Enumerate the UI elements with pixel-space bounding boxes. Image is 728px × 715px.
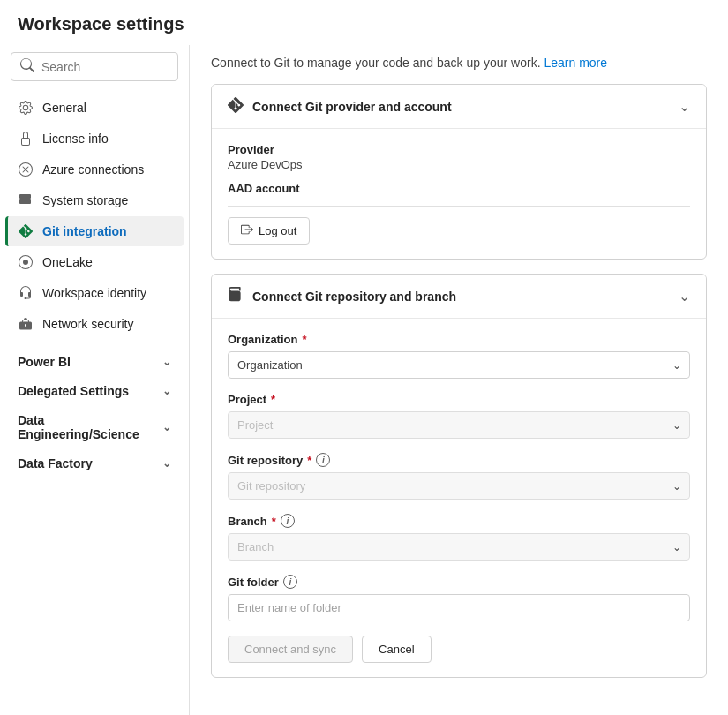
sidebar-item-label-license: License info bbox=[42, 132, 109, 146]
git-repo-card-header: Connect Git repository and branch ⌄ bbox=[212, 275, 706, 319]
git-provider-card-title: Connect Git provider and account bbox=[252, 100, 452, 114]
system-storage-icon bbox=[18, 192, 34, 208]
section-data-factory-label: Data Factory bbox=[18, 456, 93, 470]
workspace-identity-icon bbox=[18, 285, 34, 301]
delegated-chevron-icon: ⌄ bbox=[162, 385, 171, 397]
organization-group: Organization * Organization ⌄ bbox=[228, 333, 690, 379]
git-repo-card-body: Organization * Organization ⌄ bbox=[212, 319, 706, 677]
sidebar-item-azure-connections[interactable]: Azure connections bbox=[5, 154, 184, 184]
project-select[interactable]: Project bbox=[228, 411, 690, 439]
svg-point-0 bbox=[23, 260, 28, 265]
project-label: Project * bbox=[228, 393, 690, 406]
git-repo-card-icon bbox=[228, 287, 244, 305]
cancel-button[interactable]: Cancel bbox=[362, 636, 431, 663]
power-bi-chevron-icon: ⌄ bbox=[162, 356, 171, 368]
sidebar-item-label-workspace-identity: Workspace identity bbox=[42, 286, 146, 300]
provider-value: Azure DevOps bbox=[228, 158, 690, 171]
sidebar-item-label-azure: Azure connections bbox=[42, 162, 144, 177]
learn-more-link[interactable]: Learn more bbox=[544, 56, 607, 70]
git-repository-label: Git repository * i bbox=[228, 453, 690, 467]
azure-connections-icon bbox=[18, 162, 34, 177]
section-power-bi[interactable]: Power BI ⌄ bbox=[5, 348, 184, 376]
provider-label: Provider bbox=[228, 143, 690, 156]
project-required-star: * bbox=[271, 393, 275, 406]
sidebar-item-system-storage[interactable]: System storage bbox=[5, 185, 184, 215]
sidebar-item-label-git: Git integration bbox=[42, 224, 127, 238]
sidebar-item-license-info[interactable]: License info bbox=[5, 124, 184, 154]
search-input[interactable] bbox=[41, 60, 169, 74]
git-folder-input[interactable] bbox=[228, 594, 690, 621]
organization-label: Organization * bbox=[228, 333, 690, 346]
aad-label: AAD account bbox=[228, 182, 690, 195]
sidebar-item-git-integration[interactable]: Git integration bbox=[5, 216, 184, 246]
main-panel: Connect to Git to manage your code and b… bbox=[190, 45, 728, 715]
git-folder-label: Git folder i bbox=[228, 575, 690, 589]
sidebar-item-workspace-identity[interactable]: Workspace identity bbox=[5, 278, 184, 308]
organization-required-star: * bbox=[302, 333, 306, 346]
git-provider-card-body: Provider Azure DevOps AAD account Log ou… bbox=[212, 129, 706, 259]
section-delegated-label: Delegated Settings bbox=[18, 384, 129, 398]
project-group: Project * Project ⌄ bbox=[228, 393, 690, 439]
git-repository-group: Git repository * i Git repository ⌄ bbox=[228, 453, 690, 500]
action-buttons: Connect and sync Cancel bbox=[228, 636, 690, 663]
git-integration-icon bbox=[18, 223, 34, 239]
section-power-bi-label: Power BI bbox=[18, 355, 71, 369]
general-icon bbox=[18, 100, 34, 116]
git-repository-info-icon[interactable]: i bbox=[316, 453, 330, 467]
git-repo-collapse-btn[interactable]: ⌄ bbox=[679, 288, 690, 305]
logout-button[interactable]: Log out bbox=[228, 217, 310, 245]
sidebar-item-label-storage: System storage bbox=[42, 193, 128, 207]
panel-header: Connect to Git to manage your code and b… bbox=[211, 45, 707, 84]
section-data-factory[interactable]: Data Factory ⌄ bbox=[5, 449, 184, 478]
git-folder-group: Git folder i bbox=[228, 575, 690, 621]
branch-select[interactable]: Branch bbox=[228, 533, 690, 561]
connect-sync-button[interactable]: Connect and sync bbox=[228, 636, 353, 663]
branch-label: Branch * i bbox=[228, 514, 690, 528]
git-repository-select[interactable]: Git repository bbox=[228, 472, 690, 500]
git-repository-select-wrapper: Git repository ⌄ bbox=[228, 472, 690, 500]
nav-sections: Power BI ⌄ Delegated Settings ⌄ Data Eng… bbox=[0, 347, 189, 478]
branch-required-star: * bbox=[272, 515, 276, 528]
page-title: Workspace settings bbox=[0, 0, 728, 45]
git-repository-required-star: * bbox=[307, 454, 311, 467]
search-icon bbox=[20, 58, 34, 75]
network-security-icon bbox=[18, 316, 34, 332]
organization-select[interactable]: Organization bbox=[228, 351, 690, 379]
section-data-engineering[interactable]: Data Engineering/Science ⌄ bbox=[5, 406, 184, 448]
data-eng-chevron-icon: ⌄ bbox=[162, 421, 171, 433]
git-provider-card-title-group: Connect Git provider and account bbox=[228, 97, 452, 116]
panel-description: Connect to Git to manage your code and b… bbox=[211, 56, 544, 70]
git-folder-info-icon[interactable]: i bbox=[283, 575, 297, 589]
sidebar: General License info Azure connections bbox=[0, 45, 190, 715]
sidebar-item-label-onelake: OneLake bbox=[42, 255, 93, 269]
git-repo-card-title-group: Connect Git repository and branch bbox=[228, 287, 456, 305]
branch-group: Branch * i Branch ⌄ bbox=[228, 514, 690, 561]
sidebar-item-network-security[interactable]: Network security bbox=[5, 309, 184, 339]
search-box[interactable] bbox=[11, 52, 178, 81]
section-delegated-settings[interactable]: Delegated Settings ⌄ bbox=[5, 377, 184, 405]
card1-divider bbox=[228, 206, 690, 207]
branch-select-wrapper: Branch ⌄ bbox=[228, 533, 690, 561]
git-provider-collapse-btn[interactable]: ⌄ bbox=[679, 98, 690, 115]
organization-select-wrapper: Organization ⌄ bbox=[228, 351, 690, 379]
sidebar-item-onelake[interactable]: OneLake bbox=[5, 247, 184, 277]
git-provider-icon bbox=[228, 97, 244, 116]
git-repo-card: Connect Git repository and branch ⌄ Orga… bbox=[211, 274, 707, 678]
git-provider-card-header: Connect Git provider and account ⌄ bbox=[212, 85, 706, 129]
logout-label: Log out bbox=[259, 224, 296, 237]
data-factory-chevron-icon: ⌄ bbox=[162, 457, 171, 470]
git-repo-card-title: Connect Git repository and branch bbox=[252, 290, 456, 304]
section-data-eng-label: Data Engineering/Science bbox=[18, 413, 162, 441]
logout-icon bbox=[241, 223, 253, 238]
branch-info-icon[interactable]: i bbox=[281, 514, 295, 528]
project-select-wrapper: Project ⌄ bbox=[228, 411, 690, 439]
onelake-icon bbox=[18, 254, 34, 270]
license-icon bbox=[18, 131, 34, 147]
nav-items: General License info Azure connections bbox=[0, 92, 189, 340]
sidebar-item-label-network: Network security bbox=[42, 317, 133, 331]
git-provider-card: Connect Git provider and account ⌄ Provi… bbox=[211, 84, 707, 260]
sidebar-item-label-general: General bbox=[42, 101, 86, 115]
sidebar-item-general[interactable]: General bbox=[5, 93, 184, 123]
